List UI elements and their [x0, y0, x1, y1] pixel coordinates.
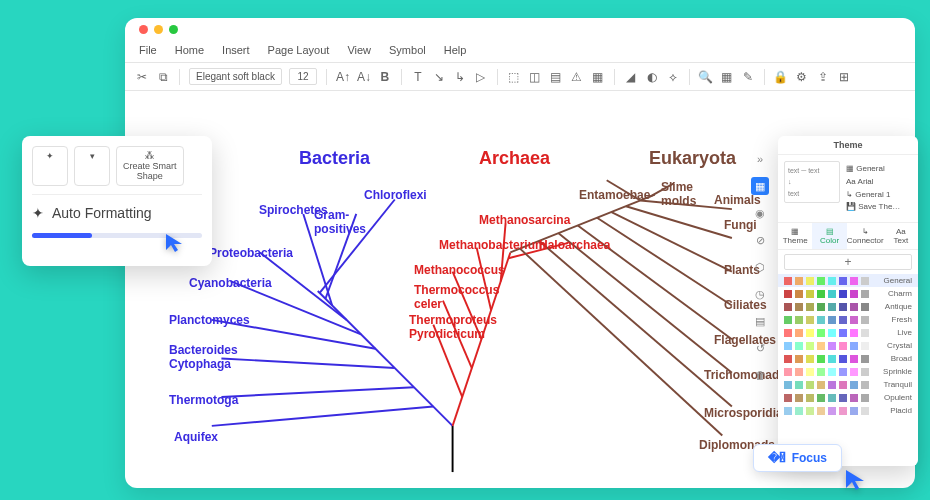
palette-label: Opulent	[884, 393, 912, 402]
create-smart-label: Create Smart Shape	[123, 161, 177, 181]
menu-insert[interactable]: Insert	[222, 44, 250, 56]
delete-icon[interactable]: 🗑	[751, 366, 769, 384]
svg-line-25	[626, 206, 732, 238]
notes-icon[interactable]: ▤	[549, 70, 563, 84]
font-increase-icon[interactable]: A↑	[336, 70, 350, 84]
pointer-tool-icon[interactable]: ▷	[474, 70, 488, 84]
shape-lib-icon[interactable]: ⬡	[751, 258, 769, 276]
warning-icon[interactable]: ⚠	[570, 70, 584, 84]
menu-bar: File Home Insert Page Layout View Symbol…	[125, 40, 915, 63]
collapse-icon[interactable]: »	[751, 150, 769, 168]
palette-fresh[interactable]: Fresh	[778, 313, 918, 326]
bold-icon[interactable]: B	[378, 70, 392, 84]
svg-line-20	[539, 241, 732, 407]
layers-strip-icon[interactable]: ▤	[751, 312, 769, 330]
palette-charm[interactable]: Charm	[778, 287, 918, 300]
font-decrease-icon[interactable]: A↓	[357, 70, 371, 84]
palette-label: Live	[897, 328, 912, 337]
theme-preview: text ─ text↓text	[784, 161, 840, 203]
fill-icon[interactable]: ◢	[624, 70, 638, 84]
font-select[interactable]: Elegant soft black	[189, 68, 282, 85]
add-palette-button[interactable]: +	[784, 254, 912, 270]
font-size-select[interactable]: 12	[289, 68, 317, 85]
label-slime-molds: Slime molds	[661, 180, 696, 208]
palette-label: Sprinkle	[883, 367, 912, 376]
tab-color[interactable]: ▤Color	[812, 223, 846, 249]
label-methanococcus: Methanococcus	[414, 263, 505, 277]
label-gram-positives: Gram- positives	[314, 208, 366, 236]
export-icon[interactable]: ⇪	[816, 70, 830, 84]
shape-icon[interactable]: ◫	[528, 70, 542, 84]
pen-icon[interactable]: ✎	[741, 70, 755, 84]
palette-general[interactable]: General	[778, 274, 918, 287]
grid-icon[interactable]: ▦	[591, 70, 605, 84]
palette-live[interactable]: Live	[778, 326, 918, 339]
label-haloarchaea: Haloarchaea	[539, 238, 610, 252]
eukaryota-header: Eukaryota	[649, 148, 736, 169]
create-smart-shape-button[interactable]: ⁂ Create Smart Shape	[116, 146, 184, 186]
palette-opulent[interactable]: Opulent	[778, 391, 918, 404]
auto-formatting-label: Auto Formatting	[52, 205, 152, 221]
menu-help[interactable]: Help	[444, 44, 467, 56]
clock-icon[interactable]: ◷	[751, 285, 769, 303]
table-icon[interactable]: ▦	[720, 70, 734, 84]
right-tool-strip: » ▦ ◉ ⊘ ⬡ ◷ ▤ ↺ 🗑	[746, 150, 774, 384]
focus-button[interactable]: �〿 Focus	[753, 444, 842, 472]
sparkle-icon: ✦	[32, 205, 44, 221]
more-icon[interactable]: ⊞	[837, 70, 851, 84]
palette-sprinkle[interactable]: Sprinkle	[778, 365, 918, 378]
crop-icon[interactable]: ⟡	[666, 70, 680, 84]
cut-icon[interactable]: ✂	[135, 70, 149, 84]
label-methanosarcina: Methanosarcina	[479, 213, 570, 227]
copy-icon[interactable]: ⧉	[156, 70, 170, 84]
connector-tool-icon[interactable]: ↳	[453, 70, 467, 84]
svg-line-3	[221, 387, 414, 397]
close-icon[interactable]	[139, 25, 148, 34]
palette-tranquil[interactable]: Tranquil	[778, 378, 918, 391]
dropdown-button[interactable]: ▾	[74, 146, 110, 186]
menu-home[interactable]: Home	[175, 44, 204, 56]
sparkle-icon: ✦	[46, 151, 54, 161]
paint-icon[interactable]: ◐	[645, 70, 659, 84]
cursor-icon	[164, 232, 186, 254]
svg-line-1	[318, 291, 453, 426]
palette-crystal[interactable]: Crystal	[778, 339, 918, 352]
layers-icon[interactable]: ⬚	[507, 70, 521, 84]
label-proteobacteria: Proteobacteria	[209, 246, 293, 260]
search-icon[interactable]: 🔍	[699, 70, 713, 84]
menu-view[interactable]: View	[347, 44, 371, 56]
palette-broad[interactable]: Broad	[778, 352, 918, 365]
line-tool-icon[interactable]: ↘	[432, 70, 446, 84]
theme-panel: Theme text ─ text↓text ▦ General Aa Aria…	[778, 136, 918, 466]
sparkle-button[interactable]: ✦	[32, 146, 68, 186]
minimize-icon[interactable]	[154, 25, 163, 34]
text-tool-icon[interactable]: T	[411, 70, 425, 84]
lock-icon[interactable]: 🔒	[774, 70, 788, 84]
palette-label: Fresh	[892, 315, 912, 324]
label-entamoebae: Entamoebae	[579, 188, 650, 202]
label-bacteroides: Bacteroides Cytophaga	[169, 343, 238, 371]
label-thermotoga: Thermotoga	[169, 393, 238, 407]
svg-line-19	[520, 249, 722, 436]
palette-antique[interactable]: Antique	[778, 300, 918, 313]
history-icon[interactable]: ↺	[751, 339, 769, 357]
menu-file[interactable]: File	[139, 44, 157, 56]
smart-shape-icon: ⁂	[145, 151, 154, 161]
maximize-icon[interactable]	[169, 25, 178, 34]
menu-page-layout[interactable]: Page Layout	[268, 44, 330, 56]
cursor-icon	[844, 468, 868, 492]
idea-icon[interactable]: ◉	[751, 204, 769, 222]
tab-theme[interactable]: ▦Theme	[778, 223, 812, 249]
menu-symbol[interactable]: Symbol	[389, 44, 426, 56]
palette-label: Antique	[885, 302, 912, 311]
settings-icon[interactable]: ⚙	[795, 70, 809, 84]
tab-text[interactable]: AaText	[884, 223, 918, 249]
tab-connector[interactable]: ↳Connector	[847, 223, 884, 249]
theme-tabs: ▦Theme ▤Color ↳Connector AaText	[778, 223, 918, 250]
auto-formatting-title[interactable]: ✦ Auto Formatting	[32, 195, 202, 229]
label-methanobacterium: Methanobacterium	[439, 238, 546, 252]
svg-line-21	[559, 233, 732, 373]
link-icon[interactable]: ⊘	[751, 231, 769, 249]
palette-placid[interactable]: Placid	[778, 404, 918, 417]
grid-view-icon[interactable]: ▦	[751, 177, 769, 195]
